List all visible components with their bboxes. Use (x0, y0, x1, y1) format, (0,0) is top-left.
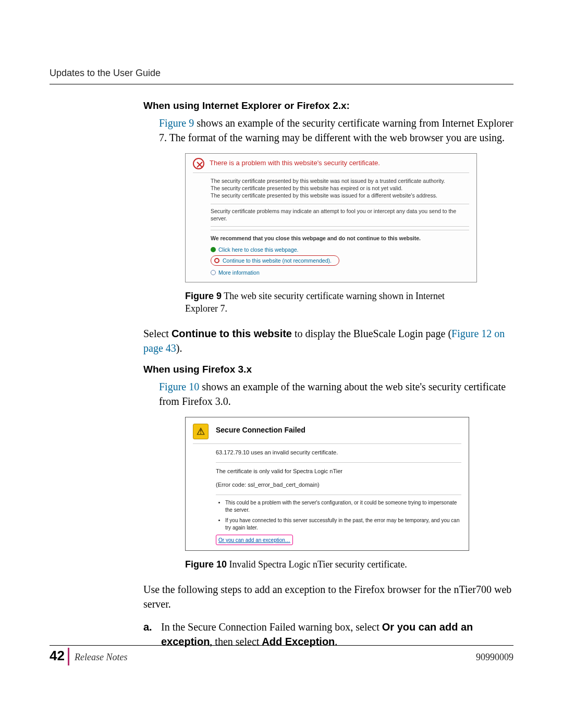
ff-bullet-2: If you have connected to this server suc… (225, 517, 461, 532)
ie-close-link[interactable]: Click here to close this webpage. (218, 246, 299, 253)
ie-warning-title: There is a problem with this website's s… (210, 158, 380, 167)
check-icon (211, 247, 216, 252)
ie-detail-1: The security certificate presented by th… (211, 177, 469, 200)
ff-detail-1: 63.172.79.10 uses an invalid security ce… (216, 448, 461, 457)
paragraph-use-steps: Use the following steps to add an except… (143, 582, 513, 611)
paragraph-intro-ie: Figure 9 shows an example of the securit… (159, 116, 513, 145)
figure10-caption: Figure 10 Invalid Spectra Logic nTier se… (185, 558, 467, 571)
page-number: 42 (50, 648, 65, 664)
ff-add-exception-link[interactable]: Or you can add an exception… (218, 537, 290, 543)
ff-error-code: (Error code: ssl_error_bad_cert_domain) (216, 480, 461, 489)
footer-divider (68, 648, 69, 665)
heading-firefox3: When using Firefox 3.x (143, 364, 513, 375)
heading-ie-firefox2: When using Internet Explorer or Firefox … (143, 100, 513, 112)
figure-firefox-warning-box: ⚠ Secure Connection Failed 63.172.79.10 … (185, 417, 469, 551)
ie-recommend: We recommend that you close this webpage… (211, 230, 469, 242)
figure9-caption: Figure 9 The web site security certifica… (185, 290, 467, 315)
ff-detail-2: The certificate is only valid for Spectr… (216, 467, 461, 476)
ie-more-info-link[interactable]: More information (218, 269, 260, 276)
ff-bullet-1: This could be a problem with the server'… (225, 499, 461, 514)
figure10-ref-link[interactable]: Figure 10 (159, 381, 199, 392)
ie-detail-2: Security certificate problems may indica… (211, 207, 469, 222)
paragraph-select-continue: Select Continue to this website to displ… (143, 326, 513, 355)
footer-doc-title: Release Notes (75, 652, 476, 663)
ie-continue-link[interactable]: Continue to this website (not recommende… (223, 257, 332, 264)
ff-warning-title: Secure Connection Failed (216, 424, 305, 439)
figure-ie-warning-box: There is a problem with this website's s… (185, 153, 477, 282)
warning-circle-icon (214, 258, 219, 263)
footer-doc-code: 90990009 (476, 652, 513, 663)
warning-passport-icon: ⚠ (193, 424, 209, 439)
info-icon (211, 270, 216, 275)
figure9-ref-link[interactable]: Figure 9 (159, 117, 194, 129)
paragraph-intro-ff: Figure 10 shows an example of the warnin… (159, 379, 513, 409)
error-shield-icon (193, 158, 204, 169)
running-header: Updates to the User Guide (50, 68, 513, 84)
